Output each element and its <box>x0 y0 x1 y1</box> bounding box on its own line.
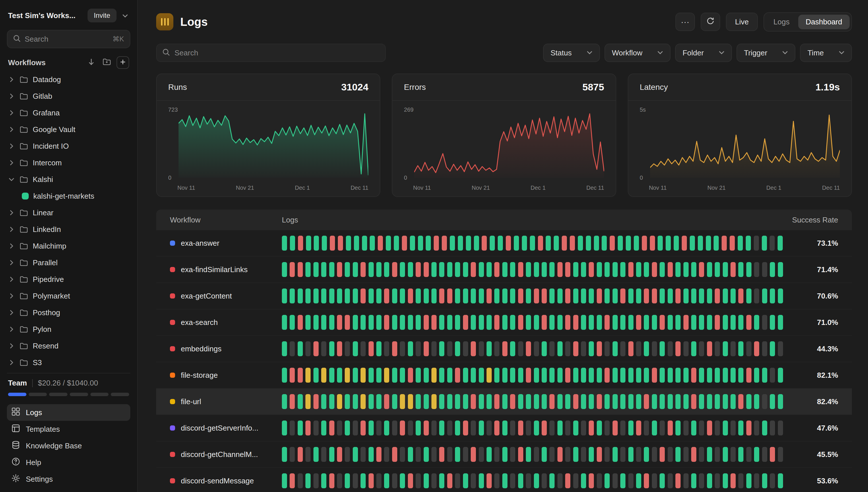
log-bar[interactable] <box>306 236 311 251</box>
log-bar[interactable] <box>746 315 751 330</box>
log-bar[interactable] <box>345 447 350 462</box>
log-bar[interactable] <box>526 341 531 356</box>
log-bar[interactable] <box>738 394 743 409</box>
log-bar[interactable] <box>463 447 468 462</box>
log-bar[interactable] <box>594 236 599 251</box>
log-bar[interactable] <box>534 473 539 488</box>
log-bar[interactable] <box>542 447 547 462</box>
folder-item-kalshi[interactable]: Kalshi <box>7 171 130 188</box>
log-bar[interactable] <box>684 420 689 436</box>
log-bar[interactable] <box>400 289 405 303</box>
log-bar[interactable] <box>369 315 374 330</box>
log-bar[interactable] <box>502 394 507 409</box>
log-bar[interactable] <box>762 236 767 251</box>
log-bar[interactable] <box>660 368 665 383</box>
log-bar[interactable] <box>738 289 743 303</box>
log-bar[interactable] <box>502 420 507 436</box>
log-bar[interactable] <box>353 289 358 303</box>
log-bar[interactable] <box>642 236 647 251</box>
log-bar[interactable] <box>675 315 680 330</box>
log-bar[interactable] <box>369 394 374 409</box>
log-bar[interactable] <box>298 236 303 251</box>
log-bar[interactable] <box>668 473 673 488</box>
log-bar[interactable] <box>502 315 507 330</box>
log-bar[interactable] <box>514 236 519 251</box>
log-bar[interactable] <box>314 420 319 436</box>
log-bar[interactable] <box>424 394 429 409</box>
table-row-file-url[interactable]: file-url82.4% <box>156 389 852 415</box>
log-bar[interactable] <box>376 447 381 462</box>
log-bar[interactable] <box>510 368 515 383</box>
log-bar[interactable] <box>581 315 586 330</box>
log-bar[interactable] <box>691 315 696 330</box>
log-bar[interactable] <box>494 394 499 409</box>
log-bar[interactable] <box>479 394 484 409</box>
log-bar[interactable] <box>644 262 649 277</box>
log-bar[interactable] <box>526 262 531 277</box>
log-bar[interactable] <box>321 289 326 303</box>
log-bar[interactable] <box>463 473 468 488</box>
log-bar[interactable] <box>668 289 673 303</box>
log-bar[interactable] <box>361 447 366 462</box>
log-bar[interactable] <box>557 420 563 436</box>
log-bar[interactable] <box>431 262 437 277</box>
log-bar[interactable] <box>455 447 460 462</box>
log-bar[interactable] <box>778 315 783 330</box>
log-bar[interactable] <box>526 315 531 330</box>
log-bar[interactable] <box>321 315 326 330</box>
log-bar[interactable] <box>471 394 476 409</box>
log-bar[interactable] <box>723 394 728 409</box>
log-bar[interactable] <box>408 394 413 409</box>
log-bar[interactable] <box>715 315 720 330</box>
log-bar[interactable] <box>554 236 559 251</box>
log-bar[interactable] <box>463 341 468 356</box>
log-bar[interactable] <box>738 341 743 356</box>
log-bar[interactable] <box>439 289 444 303</box>
table-row-discord-getchannelm[interactable]: discord-getChannelM...45.5% <box>156 441 852 468</box>
log-bar[interactable] <box>652 341 657 356</box>
log-bar[interactable] <box>471 262 476 277</box>
log-bar[interactable] <box>644 341 649 356</box>
log-bar[interactable] <box>684 262 689 277</box>
log-bar[interactable] <box>778 473 783 488</box>
log-bar[interactable] <box>392 315 397 330</box>
log-bar[interactable] <box>746 236 751 251</box>
log-bar[interactable] <box>754 368 759 383</box>
log-bar[interactable] <box>557 341 563 356</box>
log-bar[interactable] <box>455 289 460 303</box>
log-bar[interactable] <box>660 315 665 330</box>
log-bar[interactable] <box>424 473 429 488</box>
log-bar[interactable] <box>282 473 287 488</box>
log-bar[interactable] <box>408 473 413 488</box>
log-bar[interactable] <box>329 473 334 488</box>
live-button[interactable]: Live <box>726 13 758 31</box>
log-bar[interactable] <box>613 262 618 277</box>
chevron-right-icon[interactable] <box>9 77 15 82</box>
log-bar[interactable] <box>416 315 421 330</box>
log-bar[interactable] <box>675 262 680 277</box>
log-bar[interactable] <box>455 473 460 488</box>
log-bar[interactable] <box>434 236 439 251</box>
log-bar[interactable] <box>723 289 728 303</box>
log-bar[interactable] <box>620 368 625 383</box>
log-bar[interactable] <box>565 368 570 383</box>
log-bar[interactable] <box>305 368 311 383</box>
log-bar[interactable] <box>675 473 680 488</box>
log-bar[interactable] <box>613 473 618 488</box>
log-bar[interactable] <box>565 262 570 277</box>
log-bar[interactable] <box>305 289 311 303</box>
log-bar[interactable] <box>549 420 554 436</box>
log-bar[interactable] <box>400 315 405 330</box>
log-bar[interactable] <box>455 341 460 356</box>
table-row-exa-search[interactable]: exa-search71.0% <box>156 310 852 336</box>
log-bar[interactable] <box>586 236 591 251</box>
log-bar[interactable] <box>597 473 602 488</box>
log-bar[interactable] <box>408 447 413 462</box>
log-bar[interactable] <box>542 420 547 436</box>
log-bar[interactable] <box>628 473 634 488</box>
log-bar[interactable] <box>762 289 767 303</box>
log-bar[interactable] <box>762 341 767 356</box>
log-bar[interactable] <box>730 262 736 277</box>
log-bar[interactable] <box>754 394 759 409</box>
log-bar[interactable] <box>620 315 625 330</box>
